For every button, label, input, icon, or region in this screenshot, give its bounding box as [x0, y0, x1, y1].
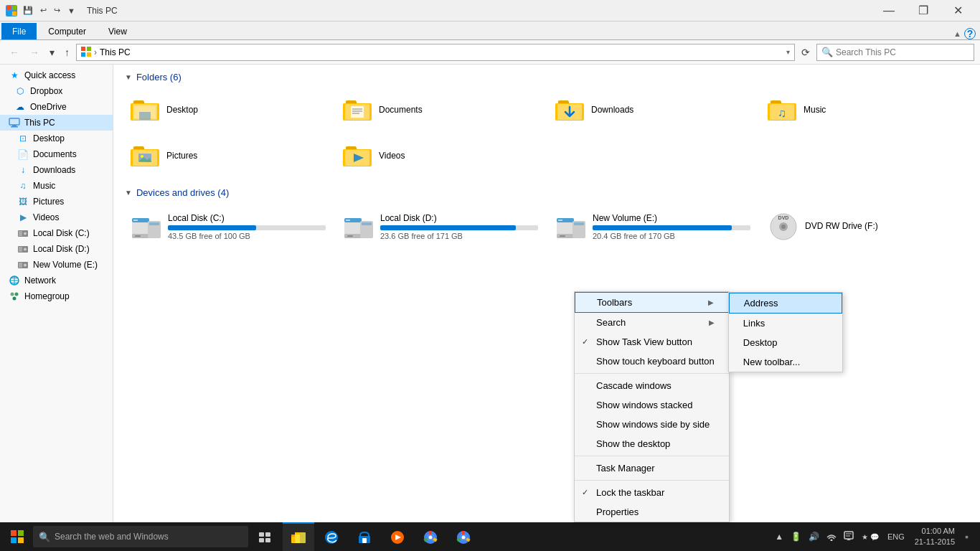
folder-item-downloads[interactable]: Downloads [550, 90, 756, 130]
sidebar-item-videos[interactable]: ▶ Videos [0, 209, 113, 225]
drive-d-fill [380, 225, 516, 230]
context-menu-task-manager[interactable]: Task Manager [575, 458, 729, 478]
undo-btn[interactable]: ↩ [37, 5, 50, 16]
svg-point-65 [781, 225, 786, 229]
submenu-links[interactable]: Links [729, 314, 842, 333]
submenu-desktop[interactable]: Desktop [729, 333, 842, 352]
context-menu-stacked[interactable]: Show windows stacked [575, 395, 729, 415]
sidebar-item-local-d[interactable]: Local Disk (D:) [0, 241, 113, 257]
context-menu-cascade[interactable]: Cascade windows [575, 376, 729, 395]
taskbar-chrome-1[interactable] [415, 522, 446, 551]
lang-indicator[interactable]: ENG [885, 531, 908, 542]
ribbon-tabs: File Computer View ▲ ? [0, 22, 980, 40]
context-menu-task-view[interactable]: ✓ Show Task View button [575, 332, 729, 352]
taskbar-edge[interactable] [316, 522, 347, 551]
tab-computer[interactable]: Computer [37, 23, 97, 39]
taskbar-search[interactable]: 🔍 Search the web and Windows [33, 526, 248, 547]
taskbar-media-player[interactable] [382, 522, 413, 551]
drives-section-header[interactable]: ▼ Devices and drives (4) [125, 187, 969, 198]
sidebar-item-desktop[interactable]: ⊡ Desktop [0, 131, 113, 146]
folder-item-desktop[interactable]: Desktop [125, 90, 331, 130]
taskbar-chrome-2[interactable] [448, 522, 479, 551]
action-center-icon[interactable] [842, 529, 856, 545]
svg-rect-76 [291, 534, 295, 537]
submenu-address[interactable]: Address [729, 293, 842, 314]
pictures-icon: 🖼 [17, 196, 29, 207]
sidebar-item-new-vol-e[interactable]: New Volume (E:) [0, 257, 113, 273]
svg-point-13 [24, 232, 27, 235]
svg-point-23 [11, 293, 14, 296]
sidebar-item-this-pc[interactable]: This PC [0, 115, 113, 131]
context-menu-touch-kb[interactable]: Show touch keyboard button [575, 352, 729, 371]
start-button[interactable] [3, 522, 32, 551]
context-menu-properties[interactable]: Properties [575, 502, 729, 522]
taskbar-file-explorer[interactable] [283, 522, 314, 551]
tab-view[interactable]: View [98, 23, 138, 39]
refresh-button[interactable]: ⟳ [798, 45, 814, 60]
sidebar-item-pictures[interactable]: 🖼 Pictures [0, 194, 113, 209]
volume-icon[interactable]: 🔊 [806, 530, 821, 543]
taskbar-task-view[interactable] [250, 522, 281, 551]
search-input[interactable] [836, 47, 969, 57]
sidebar-item-downloads[interactable]: ↓ Downloads [0, 162, 113, 178]
back-button[interactable]: ← [6, 45, 23, 60]
context-menu-lock-taskbar[interactable]: ✓ Lock the taskbar [575, 483, 729, 502]
taskbar-notification-area[interactable]: ★ 💬 [859, 533, 882, 541]
close-button[interactable]: ✕ [941, 0, 974, 22]
customize-btn[interactable]: ▼ [65, 5, 78, 16]
window-controls[interactable]: — ❐ ✕ [872, 0, 974, 22]
quick-access-toolbar[interactable]: 💾 ↩ ↪ ▼ [20, 5, 78, 16]
drive-item-c[interactable]: Local Disk (C:) 43.5 GB free of 100 GB [125, 205, 331, 248]
sidebar-item-network[interactable]: Network [0, 273, 113, 288]
network-sys-icon[interactable] [824, 529, 839, 545]
tab-file[interactable]: File [1, 23, 37, 39]
address-path[interactable]: › This PC ▾ [76, 44, 795, 61]
folder-grid: Desktop Documents [125, 90, 969, 176]
battery-icon[interactable]: 🔋 [788, 530, 804, 543]
drive-item-e[interactable]: New Volume (E:) 20.4 GB free of 170 GB [550, 205, 756, 248]
folder-item-documents[interactable]: Documents [337, 90, 544, 130]
search-box[interactable]: 🔍 [816, 44, 974, 61]
svg-point-19 [24, 264, 27, 267]
svg-point-91 [462, 536, 466, 540]
maximize-button[interactable]: ❐ [907, 0, 940, 22]
folders-section-header[interactable]: ▼ Folders (6) [125, 72, 969, 83]
svg-rect-2 [6, 11, 11, 16]
folder-item-music[interactable]: ♫ Music [762, 90, 969, 130]
context-menu-show-desktop[interactable]: Show the desktop [575, 434, 729, 453]
submenu-new-toolbar[interactable]: New toolbar... [729, 352, 842, 372]
taskbar-store[interactable] [349, 522, 380, 551]
address-bar: ← → ▾ ↑ › This PC ▾ ⟳ 🔍 [0, 40, 980, 65]
minimize-button[interactable]: — [872, 0, 905, 22]
up-button[interactable]: ↑ [61, 45, 73, 60]
show-hidden-icons[interactable]: ▲ [773, 530, 786, 543]
redo-btn[interactable]: ↪ [51, 5, 63, 16]
folder-videos-label: Videos [379, 151, 405, 161]
folder-item-videos[interactable]: Videos [337, 136, 544, 176]
ribbon-collapse[interactable]: ▲ [953, 29, 961, 38]
show-desktop-button[interactable]: ▪ [962, 531, 971, 542]
search-icon: 🔍 [821, 47, 833, 57]
drive-item-f[interactable]: DVD DVD RW Drive (F:) [762, 205, 969, 248]
context-menu-search[interactable]: Search ▶ [575, 313, 729, 332]
context-menu-side-by-side[interactable]: Show windows side by side [575, 415, 729, 434]
sidebar-item-dropbox[interactable]: ⬡ Dropbox [0, 83, 113, 99]
folder-item-pictures[interactable]: Pictures [125, 136, 331, 176]
sidebar-item-documents[interactable]: 📄 Documents [0, 146, 113, 162]
sidebar-item-homegroup[interactable]: Homegroup [0, 288, 113, 304]
sidebar-item-local-c[interactable]: Local Disk (C:) [0, 225, 113, 241]
recent-locations-button[interactable]: ▾ [46, 45, 58, 60]
forward-button[interactable]: → [26, 45, 43, 60]
help-icon[interactable]: ? [964, 28, 976, 39]
context-menu-toolbars[interactable]: Toolbars ▶ Address Links Desktop New too… [575, 292, 729, 313]
save-btn[interactable]: 💾 [20, 5, 36, 16]
sidebar-item-quick-access[interactable]: ★ Quick access [0, 67, 113, 83]
sidebar-item-music[interactable]: ♫ Music [0, 178, 113, 194]
search-arrow: ▶ [709, 319, 715, 326]
path-dropdown[interactable]: ▾ [786, 48, 790, 56]
drive-item-d[interactable]: Local Disk (D:) 23.6 GB free of 171 GB [337, 205, 544, 248]
svg-rect-1 [12, 6, 17, 10]
sidebar-item-onedrive[interactable]: ☁ OneDrive [0, 99, 113, 115]
taskbar-clock[interactable]: 01:00 AM 21-11-2015 [910, 524, 959, 550]
folder-downloads-icon [555, 95, 584, 124]
